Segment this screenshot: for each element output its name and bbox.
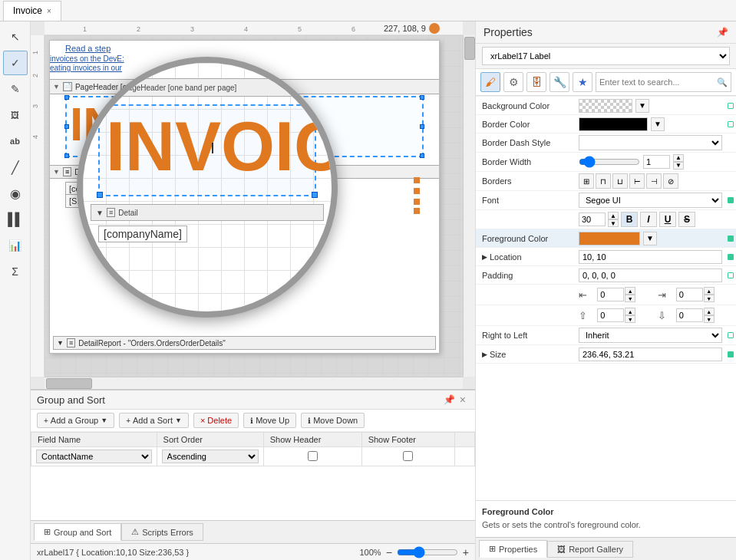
right-indent-up[interactable]: ▲ (704, 287, 715, 295)
prop-applied-font[interactable] (728, 197, 734, 203)
show-header-checkbox[interactable] (308, 451, 318, 461)
bg-color-btn[interactable]: ▼ (635, 99, 649, 113)
barcode-tool-button[interactable]: ▌▌ (3, 207, 28, 232)
border-none-btn[interactable]: ⊘ (663, 173, 678, 189)
right-indent-down[interactable]: ▼ (704, 295, 715, 302)
field-name-select[interactable]: ContactName (36, 450, 152, 463)
border-width-num[interactable] (643, 155, 670, 169)
sort-order-select[interactable]: Ascending (162, 450, 259, 463)
tab-group-sort[interactable]: ⊞ Group and Sort (34, 523, 121, 541)
zoom-slider[interactable] (397, 546, 458, 558)
cell-show-footer[interactable] (361, 447, 454, 466)
left-indent-input[interactable] (597, 288, 624, 301)
prop-reset-pad[interactable] (728, 272, 734, 278)
fg-color-box[interactable] (579, 232, 640, 245)
pin-button[interactable]: 📌 (717, 27, 728, 38)
size-expand-icon[interactable]: ▶ (482, 351, 487, 358)
sel-handle-mr[interactable] (420, 124, 424, 129)
tab-star[interactable]: ★ (573, 72, 592, 92)
size-input[interactable] (579, 348, 722, 361)
bg-color-box[interactable] (579, 99, 632, 113)
font-bold-btn[interactable]: B (621, 212, 638, 227)
tab-database[interactable]: 🗄 (526, 72, 546, 92)
bottom-indent-down[interactable]: ▼ (704, 315, 715, 323)
chart-tool-button[interactable]: 📊 (3, 233, 28, 258)
link-invoices[interactable]: invoices on the DevE: (50, 54, 124, 63)
border-width-up[interactable]: ▲ (673, 154, 684, 162)
top-indent-down[interactable]: ▼ (625, 315, 635, 323)
right-indent-input[interactable] (676, 288, 703, 301)
left-indent-down[interactable]: ▼ (625, 295, 635, 302)
add-sort-button[interactable]: + Add a Sort ▼ (119, 413, 189, 428)
tab-gear[interactable]: ⚙ (503, 72, 523, 92)
zoom-plus-button[interactable]: + (463, 546, 469, 558)
search-input[interactable] (599, 77, 717, 87)
element-select[interactable]: xrLabel17 Label (482, 47, 730, 65)
border-width-down[interactable]: ▼ (673, 162, 684, 170)
edit-tool-button[interactable]: ✎ (3, 77, 28, 101)
font-size-up[interactable]: ▲ (608, 212, 619, 219)
horizontal-scrollbar[interactable] (45, 377, 463, 389)
bottom-indent-up[interactable]: ▲ (704, 308, 715, 315)
border-color-box[interactable] (579, 117, 648, 131)
sel-handle-br[interactable] (420, 153, 424, 158)
move-down-button[interactable]: ℹ Move Down (301, 413, 365, 428)
tab-scripts-errors[interactable]: ⚠ Scripts Errors (121, 523, 203, 541)
link-step[interactable]: Read a step (65, 44, 111, 53)
rtl-select[interactable]: Inherit Yes No (579, 328, 722, 343)
move-up-button[interactable]: ℹ Move Up (243, 413, 296, 428)
tab-report-gallery[interactable]: 🖼 Report Gallery (547, 541, 633, 558)
image-tool-button[interactable]: 🖼 (3, 103, 28, 127)
sigma-tool-button[interactable]: Σ (3, 259, 28, 284)
delete-button[interactable]: × Delete (193, 413, 239, 428)
sel-handle-ml[interactable] (64, 124, 69, 129)
border-width-slider[interactable] (579, 156, 640, 168)
prop-applied-loc[interactable] (728, 254, 734, 260)
prop-reset-border[interactable] (728, 121, 734, 127)
search-box[interactable]: 🔍 (596, 72, 731, 92)
tab-properties[interactable]: ⊞ Properties (479, 540, 547, 558)
border-left-btn[interactable]: ⊢ (629, 173, 645, 189)
font-strike-btn[interactable]: S (678, 212, 695, 227)
add-group-button[interactable]: + Add a Group ▼ (37, 413, 114, 428)
vertical-scrollbar[interactable] (463, 35, 475, 377)
font-select[interactable]: Segoe UI Arial Times New Roman (579, 193, 722, 208)
border-dash-select[interactable]: Solid Dash Dot (579, 135, 722, 150)
ab-tool-button[interactable]: ab (3, 129, 28, 153)
location-input[interactable] (579, 250, 722, 264)
show-footer-checkbox[interactable] (403, 451, 413, 461)
panel-pin-button[interactable]: 📌 (444, 394, 455, 405)
cell-field-name[interactable]: ContactName (31, 447, 157, 466)
border-color-btn[interactable]: ▼ (651, 117, 665, 131)
font-size-down[interactable]: ▼ (608, 219, 619, 227)
padding-input[interactable] (579, 268, 722, 282)
check-tool-button[interactable]: ✓ (3, 51, 28, 75)
top-indent-up[interactable]: ▲ (625, 308, 635, 315)
add-group-dropdown-icon[interactable]: ▼ (101, 417, 107, 424)
fg-color-btn[interactable]: ▼ (643, 232, 657, 245)
top-indent-input[interactable] (597, 308, 624, 322)
location-expand-icon[interactable]: ▶ (482, 253, 487, 261)
left-indent-up[interactable]: ▲ (625, 287, 635, 295)
border-bottom-btn[interactable]: ⊔ (612, 173, 628, 189)
cell-sort-order[interactable]: Ascending (157, 447, 263, 466)
tab-close-button[interactable]: × (47, 7, 51, 15)
bottom-indent-input[interactable] (676, 308, 703, 322)
tab-brush[interactable]: 🖌 (480, 72, 500, 92)
tab-wrench[interactable]: 🔧 (550, 72, 569, 92)
border-right-btn[interactable]: ⊣ (646, 173, 662, 189)
font-underline-btn[interactable]: U (659, 212, 676, 227)
sel-handle-tr[interactable] (420, 95, 424, 100)
circle-tool-button[interactable]: ◉ (3, 181, 28, 206)
pointer-tool-button[interactable]: ↖ (3, 25, 28, 49)
border-all-btn[interactable]: ⊞ (579, 173, 594, 189)
prop-applied-size[interactable] (728, 351, 734, 357)
element-selector[interactable]: xrLabel17 Label (476, 44, 736, 69)
line-tool-button[interactable]: ╱ (3, 155, 28, 180)
canvas-area[interactable]: Read a step invoices on the DevE: eating… (45, 35, 463, 377)
font-italic-btn[interactable]: I (640, 212, 657, 227)
invoice-tab[interactable]: Invoice × (3, 1, 61, 21)
prop-reset-bg[interactable] (728, 103, 734, 109)
sel-handle-tl[interactable] (64, 95, 69, 100)
prop-applied-fg[interactable] (728, 236, 734, 242)
